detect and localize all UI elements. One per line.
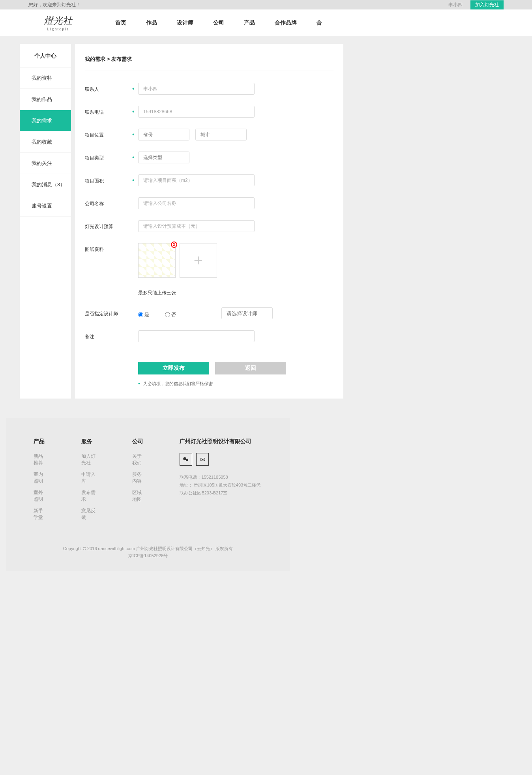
type-select[interactable]: [138, 152, 189, 163]
type-label: 项目类型: [85, 152, 132, 161]
footer-link[interactable]: 室外照明: [34, 489, 46, 503]
breadcrumb-parent[interactable]: 我的需求: [85, 56, 105, 62]
main-content: 我的需求 > 发布需求 联系人 • 联系电话 • 项目位置 •: [75, 44, 343, 399]
copyright: Copyright © 2016 dancewithlight.com 广州灯光…: [34, 545, 262, 559]
contact-label: 联系人: [85, 83, 132, 93]
footer-col-services: 服务 加入灯光社 申请入库 发布需求 意见反馈: [81, 438, 97, 526]
logo[interactable]: 燈光社 Lightopia: [28, 12, 88, 34]
footer-company-info: 广州灯光社照明设计有限公司 ✉ 联系电话：15521105058 地址： 番禺区…: [180, 438, 262, 526]
footer-link[interactable]: 新手学堂: [34, 507, 46, 521]
wechat-icon[interactable]: [180, 453, 192, 466]
email-icon[interactable]: ✉: [196, 453, 209, 466]
footer-col-products: 产品 新品推荐 室内照明 室外照明 新手学堂: [34, 438, 46, 526]
footer-link[interactable]: 新品推荐: [34, 453, 46, 466]
required-dot: •: [132, 174, 138, 184]
form-note: • 为必填项，您的信息我们将严格保密: [138, 380, 333, 387]
footer-link[interactable]: 室内照明: [34, 471, 46, 485]
radio-no[interactable]: 否: [165, 311, 176, 318]
sidebar-item-follow[interactable]: 我的关注: [20, 153, 71, 174]
budget-label: 灯光设计预算: [85, 220, 132, 230]
main-nav: 首页 作品 设计师 公司 产品 合作品牌 合: [115, 19, 322, 26]
upload-hint: 最多只能上传三张: [138, 290, 176, 296]
area-input[interactable]: [138, 174, 255, 186]
nav-company[interactable]: 公司: [213, 19, 224, 26]
sidebar-header: 个人中心: [20, 44, 71, 67]
required-dot: •: [132, 152, 138, 161]
drawing-label: 图纸资料: [85, 243, 132, 253]
top-bar: 您好，欢迎来到灯光社！ 李小四 加入灯光社: [0, 0, 532, 9]
budget-input[interactable]: [138, 220, 255, 232]
breadcrumb: 我的需求 > 发布需求: [85, 56, 333, 71]
nav-products[interactable]: 产品: [244, 19, 255, 26]
footer-link[interactable]: 加入灯光社: [81, 453, 97, 466]
sidebar-item-demand[interactable]: 我的需求: [20, 110, 71, 131]
designer-select[interactable]: [221, 307, 273, 319]
footer-col-company: 公司 关于我们 服务内容 区域地图: [132, 438, 144, 526]
sidebar-item-settings[interactable]: 账号设置: [20, 195, 71, 217]
remove-upload-icon[interactable]: X: [171, 241, 177, 248]
footer-link[interactable]: 发布需求: [81, 489, 97, 503]
province-select[interactable]: [138, 129, 189, 140]
company-label: 公司名称: [85, 197, 132, 207]
welcome-text: 您好，欢迎来到灯光社！: [28, 0, 81, 9]
svg-point-0: [184, 457, 187, 461]
area-label: 项目面积: [85, 174, 132, 184]
footer-link[interactable]: 服务内容: [132, 471, 144, 485]
svg-point-1: [186, 459, 188, 461]
remark-label: 备注: [85, 330, 132, 340]
breadcrumb-current: 发布需求: [111, 56, 132, 62]
nav-home[interactable]: 首页: [115, 19, 126, 26]
back-button[interactable]: 返回: [215, 362, 286, 374]
submit-button[interactable]: 立即发布: [138, 362, 209, 374]
phone-label: 联系电话: [85, 106, 132, 116]
city-select[interactable]: [195, 129, 247, 140]
note-dot-icon: •: [138, 380, 140, 387]
upload-add-button[interactable]: +: [180, 243, 217, 278]
nav-designers[interactable]: 设计师: [177, 19, 193, 26]
header: 燈光社 Lightopia 首页 作品 设计师 公司 产品 合作品牌 合: [0, 9, 532, 36]
nav-more[interactable]: 合: [317, 19, 322, 26]
remark-input[interactable]: [138, 330, 255, 342]
user-name-link[interactable]: 李小四: [448, 0, 463, 9]
sidebar-item-works[interactable]: 我的作品: [20, 89, 71, 110]
phone-input[interactable]: [138, 106, 255, 118]
footer: 产品 新品推荐 室内照明 室外照明 新手学堂 服务 加入灯光社 申请入库 发布需…: [6, 418, 290, 571]
upload-thumbnail[interactable]: X: [138, 243, 176, 278]
required-dot: •: [132, 129, 138, 138]
designer-label: 是否指定设计师: [85, 307, 132, 317]
footer-link[interactable]: 区域地图: [132, 489, 144, 503]
company-input[interactable]: [138, 197, 255, 209]
footer-link[interactable]: 关于我们: [132, 453, 144, 466]
required-dot: •: [132, 106, 138, 115]
footer-link[interactable]: 意见反馈: [81, 507, 97, 521]
sidebar-item-favorites[interactable]: 我的收藏: [20, 131, 71, 153]
radio-yes[interactable]: 是: [138, 311, 149, 318]
required-dot: •: [132, 83, 138, 92]
join-button[interactable]: 加入灯光社: [470, 0, 504, 9]
footer-link[interactable]: 申请入库: [81, 471, 97, 485]
nav-brands[interactable]: 合作品牌: [275, 19, 297, 26]
location-label: 项目位置: [85, 129, 132, 139]
contact-input[interactable]: [138, 83, 255, 95]
sidebar-item-messages[interactable]: 我的消息（3）: [20, 174, 71, 195]
nav-works[interactable]: 作品: [146, 19, 157, 26]
sidebar: 个人中心 我的资料 我的作品 我的需求 我的收藏 我的关注 我的消息（3） 账号…: [20, 44, 71, 399]
sidebar-item-profile[interactable]: 我的资料: [20, 67, 71, 89]
